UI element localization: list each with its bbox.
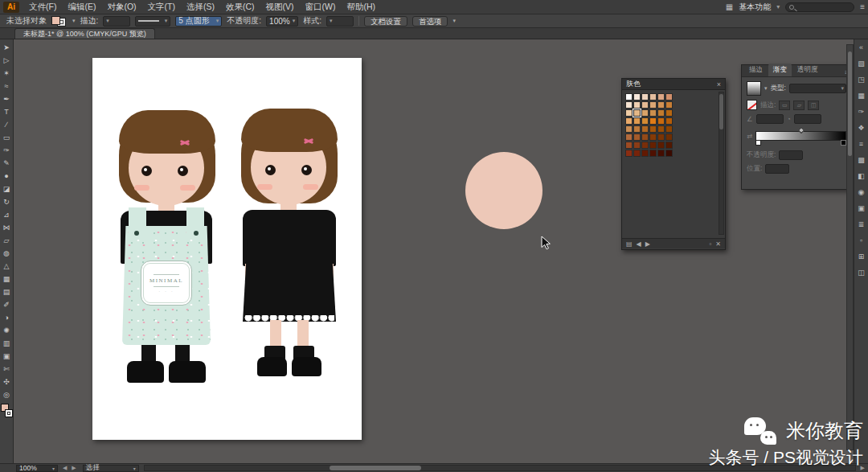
rectangle-tool[interactable]: ▭ <box>1 131 13 144</box>
stroke-across-icon[interactable]: ◫ <box>808 101 819 110</box>
paintbrush-tool[interactable]: ✑ <box>1 144 13 157</box>
swatch[interactable] <box>633 133 641 141</box>
gradient-type-select[interactable]: ▾ <box>789 84 846 93</box>
app-logo[interactable]: Ai <box>3 2 19 13</box>
rotate-tool[interactable]: ↻ <box>1 195 13 208</box>
opacity-label[interactable]: 不透明度: <box>227 15 261 27</box>
style-select[interactable]: ▾ <box>326 16 354 27</box>
gradient-panel[interactable]: 描边渐变透明度≡ ▾ 类型: ▾ 描边: ▭ ▱ ◫ <box>741 64 852 190</box>
stroke-label[interactable]: 描边: <box>80 15 99 27</box>
pen-tool[interactable]: ✒ <box>1 92 13 105</box>
blob-brush-tool[interactable]: ● <box>1 170 13 183</box>
panel-tab-描边[interactable]: 描边 <box>744 64 768 76</box>
menu-item[interactable]: 编辑(E) <box>63 1 100 14</box>
swatch[interactable] <box>649 150 657 157</box>
swatch[interactable] <box>665 125 673 133</box>
delete-swatch-icon[interactable]: ✕ <box>715 240 721 248</box>
swatch[interactable] <box>633 109 641 117</box>
swatch-kinds-icon[interactable]: ▤ <box>626 240 633 248</box>
width-tool[interactable]: ⋈ <box>1 221 13 234</box>
swatch[interactable] <box>665 150 673 157</box>
swatches-panel-header[interactable]: 肤色 × <box>622 79 725 90</box>
skin-swatches-panel[interactable]: 肤色 × ▤ ◀ ▶ ▫ ✕ <box>621 78 726 250</box>
vertical-scroll-thumb[interactable] <box>848 51 852 156</box>
swatches-scroll-thumb[interactable] <box>719 94 723 129</box>
artboard[interactable]: MINIMAL · · · <box>92 58 362 440</box>
swatches-panel-icon[interactable]: ▦ <box>855 90 867 101</box>
toolbar-fill-stroke-chips[interactable] <box>1 404 13 420</box>
workspace-switcher[interactable]: 基本功能 <box>739 2 771 13</box>
swatch[interactable] <box>665 109 673 117</box>
arrange-documents-icon[interactable]: ▦ <box>726 2 733 11</box>
line-segment-tool[interactable]: ∕ <box>1 118 13 131</box>
opacity-select[interactable]: 100%▾ <box>266 16 298 27</box>
panel-tab-渐变[interactable]: 渐变 <box>768 64 792 76</box>
swatch[interactable] <box>641 93 649 101</box>
swatch[interactable] <box>633 125 641 133</box>
history-arrows[interactable]: ◀ ▶ <box>63 465 78 471</box>
swatch[interactable] <box>633 117 641 125</box>
swatch[interactable] <box>641 117 649 125</box>
scale-tool[interactable]: ⊿ <box>1 208 13 221</box>
stroke-within-icon[interactable]: ▭ <box>779 101 790 110</box>
eraser-tool[interactable]: ◪ <box>1 183 13 195</box>
swatch[interactable] <box>633 142 641 149</box>
swatch[interactable] <box>625 142 633 149</box>
stroke-panel-icon[interactable]: ≡ <box>855 138 867 150</box>
stroke-along-icon[interactable]: ▱ <box>793 101 805 110</box>
brushes-panel-icon[interactable]: ✑ <box>855 106 867 117</box>
align-options-icon[interactable]: ▾ <box>452 18 456 24</box>
fill-caret-icon[interactable]: ▾ <box>72 18 76 24</box>
align-panel-icon[interactable]: ⊞ <box>855 251 867 262</box>
fill-color-chip[interactable] <box>51 16 60 25</box>
eyedropper-tool[interactable]: ✐ <box>1 298 13 311</box>
zoom-tool[interactable]: ◎ <box>1 388 13 401</box>
swatch[interactable] <box>649 109 657 117</box>
swatch[interactable] <box>625 117 633 125</box>
swatch[interactable] <box>641 150 649 157</box>
mesh-tool[interactable]: ▦ <box>1 273 13 285</box>
toolbar-stroke-chip[interactable] <box>5 409 13 417</box>
slice-tool[interactable]: ✄ <box>1 363 13 376</box>
menu-item[interactable]: 帮助(H) <box>342 1 381 14</box>
vertical-scrollbar[interactable] <box>846 44 854 450</box>
swatch[interactable] <box>625 133 633 141</box>
swatches-scrollbar[interactable] <box>719 92 724 235</box>
lasso-tool[interactable]: ≈ <box>1 80 13 92</box>
pencil-tool[interactable]: ✎ <box>1 157 13 170</box>
hand-tool[interactable]: ✣ <box>1 376 13 388</box>
menu-item[interactable]: 窗口(W) <box>301 1 341 14</box>
swatch[interactable] <box>665 133 673 141</box>
color-guide-panel-icon[interactable]: ◳ <box>855 74 867 85</box>
reverse-gradient-icon[interactable]: ⇄ <box>747 132 752 140</box>
gradient-tool[interactable]: ▤ <box>1 285 13 298</box>
active-tool-indicator[interactable]: 选择▾ <box>83 465 139 472</box>
selection-tool[interactable]: ➤ <box>1 41 13 54</box>
swatch[interactable] <box>625 101 633 109</box>
swatch[interactable] <box>633 101 641 109</box>
window-menu-icon[interactable]: ≡ <box>860 2 865 11</box>
free-transform-tool[interactable]: ▱ <box>1 234 13 247</box>
girl-right-skirt[interactable] <box>243 240 336 322</box>
swatch[interactable] <box>625 109 633 117</box>
swatch[interactable] <box>649 117 657 125</box>
layers-panel-icon[interactable]: ≣ <box>855 219 867 230</box>
gradient-stop-white[interactable] <box>755 140 761 146</box>
preferences-button[interactable]: 首选项 <box>412 16 448 27</box>
variable-width-select[interactable]: ▾ <box>135 16 170 27</box>
swatch[interactable] <box>665 142 673 149</box>
stroke-width-select[interactable]: ▾ <box>103 16 130 27</box>
swatch[interactable] <box>641 109 649 117</box>
gradient-aspect-field[interactable] <box>794 114 821 124</box>
artboard-tool[interactable]: ▣ <box>1 350 13 363</box>
shape-builder-tool[interactable]: ◍ <box>1 247 13 260</box>
swatch[interactable] <box>657 133 665 141</box>
swatch[interactable] <box>657 150 665 157</box>
stroke-none-chip[interactable] <box>747 100 757 110</box>
swatch[interactable] <box>649 125 657 133</box>
document-setup-button[interactable]: 文档设置 <box>364 16 407 27</box>
next-page-icon[interactable]: ▶ <box>645 240 650 248</box>
gradient-angle-field[interactable] <box>756 114 784 124</box>
menu-item[interactable]: 效果(C) <box>221 1 260 14</box>
swatch[interactable] <box>641 142 649 149</box>
